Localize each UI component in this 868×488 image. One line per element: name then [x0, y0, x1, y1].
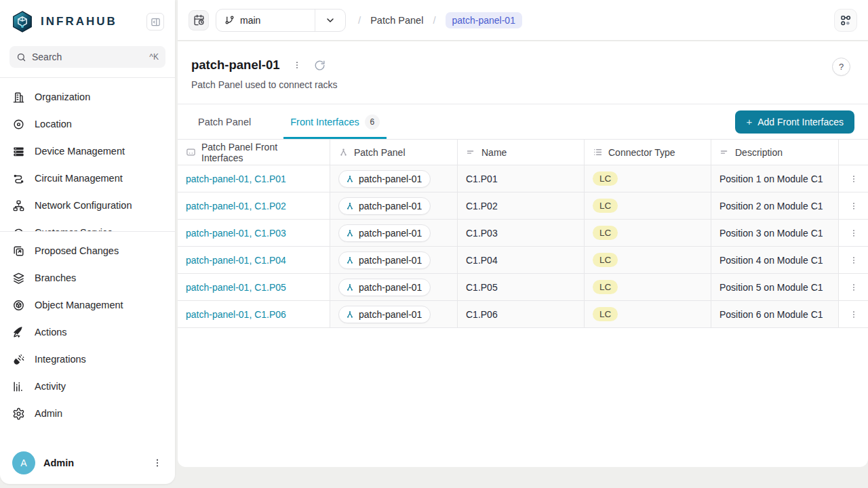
sidebar-item-label: Branches: [35, 272, 76, 283]
organization-icon: [12, 91, 25, 104]
breadcrumb-current[interactable]: patch-panel-01: [446, 12, 522, 28]
patch-panel-chip-label: patch-panel-01: [359, 282, 422, 293]
interface-link[interactable]: patch-panel-01, C1.P01: [186, 174, 286, 184]
network-icon: [12, 199, 25, 212]
patch-panel-chip[interactable]: patch-panel-01: [338, 197, 431, 215]
sidebar-item-activity[interactable]: Activity: [5, 373, 170, 400]
title-kebab-icon[interactable]: [292, 60, 302, 70]
interface-description: Position 3 on Module C1: [719, 228, 823, 239]
row-kebab-icon[interactable]: [849, 228, 859, 238]
breadcrumb: / Patch Panel / patch-panel-01: [358, 12, 522, 28]
chevron-down-icon[interactable]: [315, 15, 345, 26]
sidebar: INFRAHUB Search ^K Organization Location: [0, 0, 175, 484]
column-header-description[interactable]: Description: [711, 140, 839, 165]
interface-link[interactable]: patch-panel-01, C1.P06: [186, 309, 286, 320]
table-row-actions-cell: [839, 165, 868, 192]
add-front-interfaces-button[interactable]: + Add Front Interfaces: [735, 110, 854, 134]
time-travel-button[interactable]: [189, 10, 209, 30]
sidebar-item-device-management[interactable]: Device Management: [5, 138, 170, 165]
user-menu-kebab-icon[interactable]: [152, 458, 163, 468]
column-header-name[interactable]: Name: [458, 140, 585, 165]
sidebar-item-label: Actions: [35, 327, 67, 338]
text-lines-icon: [719, 147, 730, 157]
sidebar-item-label: Location: [35, 119, 72, 129]
sidebar-item-label: Object Management: [35, 300, 123, 310]
table-row-name-cell: C1.P01: [458, 165, 585, 192]
row-kebab-icon[interactable]: [849, 283, 859, 292]
sidebar-item-object-management[interactable]: Object Management: [5, 291, 170, 319]
tab-label: Patch Panel: [198, 117, 251, 127]
row-kebab-icon[interactable]: [849, 174, 859, 184]
patch-panel-chip[interactable]: patch-panel-01: [338, 306, 431, 323]
sidebar-menu-secondary: Proposed Changes Branches Object Managem…: [0, 232, 175, 427]
connector-type-badge: LC: [593, 226, 618, 240]
sidebar-item-admin[interactable]: Admin: [5, 400, 170, 427]
table-row-link-cell: patch-panel-01, C1.P06: [178, 301, 330, 328]
branch-selector[interactable]: main: [216, 9, 346, 32]
sidebar-collapse-button[interactable]: [146, 13, 164, 30]
sidebar-item-location[interactable]: Location: [5, 110, 170, 138]
search-input[interactable]: Search ^K: [9, 46, 165, 68]
port-icon: [186, 147, 196, 157]
rocket-icon: [12, 326, 25, 339]
connector-type-badge: LC: [593, 253, 618, 267]
infrahub-logo-icon: [11, 10, 34, 33]
sidebar-item-network-configuration[interactable]: Network Configuration: [5, 192, 170, 219]
relationship-icon: [345, 256, 355, 265]
table-row-link-cell: patch-panel-01, C1.P04: [178, 247, 330, 274]
interface-description: Position 5 on Module C1: [719, 282, 823, 293]
front-interfaces-table: Patch Panel Front Interfaces Patch Panel…: [178, 139, 868, 328]
relationship-icon: [345, 174, 355, 184]
top-bar: main / Patch Panel / patch-panel-01: [178, 0, 868, 40]
patch-panel-chip[interactable]: patch-panel-01: [338, 224, 431, 242]
row-kebab-icon[interactable]: [849, 201, 859, 211]
table-row-connector-cell: LC: [585, 165, 711, 192]
table-row-description-cell: Position 3 on Module C1: [711, 220, 839, 247]
user-menu[interactable]: A Admin: [0, 451, 175, 474]
sidebar-item-organization[interactable]: Organization: [5, 83, 170, 110]
table-row-link-cell: patch-panel-01, C1.P03: [178, 220, 330, 247]
row-kebab-icon[interactable]: [849, 256, 859, 265]
table-row-name-cell: C1.P04: [458, 247, 585, 274]
patch-panel-chip[interactable]: patch-panel-01: [338, 251, 431, 269]
sidebar-item-integrations[interactable]: Integrations: [5, 346, 170, 373]
sidebar-item-branches[interactable]: Branches: [5, 264, 170, 291]
interface-description: Position 2 on Module C1: [719, 201, 823, 211]
patch-panel-chip-label: patch-panel-01: [359, 228, 422, 239]
sidebar-item-circuit-management[interactable]: Circuit Management: [5, 165, 170, 192]
avatar: A: [12, 451, 35, 474]
interface-name: C1.P02: [466, 201, 498, 211]
row-kebab-icon[interactable]: [849, 310, 859, 319]
logo-row: INFRAHUB: [0, 0, 175, 43]
connector-type-badge: LC: [593, 280, 618, 294]
bar-chart-icon: [12, 380, 25, 393]
relationship-icon: [345, 310, 355, 319]
object-description: Patch Panel used to connect racks: [191, 79, 854, 90]
column-header-front-interfaces[interactable]: Patch Panel Front Interfaces: [178, 140, 330, 165]
interface-link[interactable]: patch-panel-01, C1.P03: [186, 228, 286, 239]
tab-patch-panel[interactable]: Patch Panel: [191, 104, 258, 139]
breadcrumb-parent[interactable]: Patch Panel: [370, 15, 423, 26]
table-row-name-cell: C1.P03: [458, 220, 585, 247]
server-rack-icon: [12, 145, 25, 158]
column-label: Patch Panel Front Interfaces: [201, 142, 321, 163]
sidebar-item-label: Activity: [35, 381, 66, 392]
tab-front-interfaces[interactable]: Front Interfaces 6: [283, 104, 387, 139]
patch-panel-chip[interactable]: patch-panel-01: [338, 279, 431, 296]
connector-type-badge: LC: [593, 171, 618, 186]
schema-graph-button[interactable]: [834, 9, 857, 32]
sidebar-item-actions[interactable]: Actions: [5, 319, 170, 346]
interface-link[interactable]: patch-panel-01, C1.P04: [186, 255, 286, 266]
help-button[interactable]: ?: [832, 58, 850, 76]
interface-link[interactable]: patch-panel-01, C1.P02: [186, 201, 286, 211]
refresh-icon[interactable]: [314, 60, 326, 71]
column-header-patch-panel[interactable]: Patch Panel: [330, 140, 458, 165]
sidebar-item-proposed-changes[interactable]: Proposed Changes: [5, 237, 170, 264]
column-header-connector-type[interactable]: Connector Type: [585, 140, 711, 165]
table-row-actions-cell: [839, 192, 868, 220]
table-row-connector-cell: LC: [585, 192, 711, 220]
interface-link[interactable]: patch-panel-01, C1.P05: [186, 282, 286, 293]
sidebar-item-customer-service[interactable]: Customer Service: [5, 219, 170, 231]
column-label: Patch Panel: [354, 147, 406, 158]
patch-panel-chip[interactable]: patch-panel-01: [338, 170, 431, 188]
